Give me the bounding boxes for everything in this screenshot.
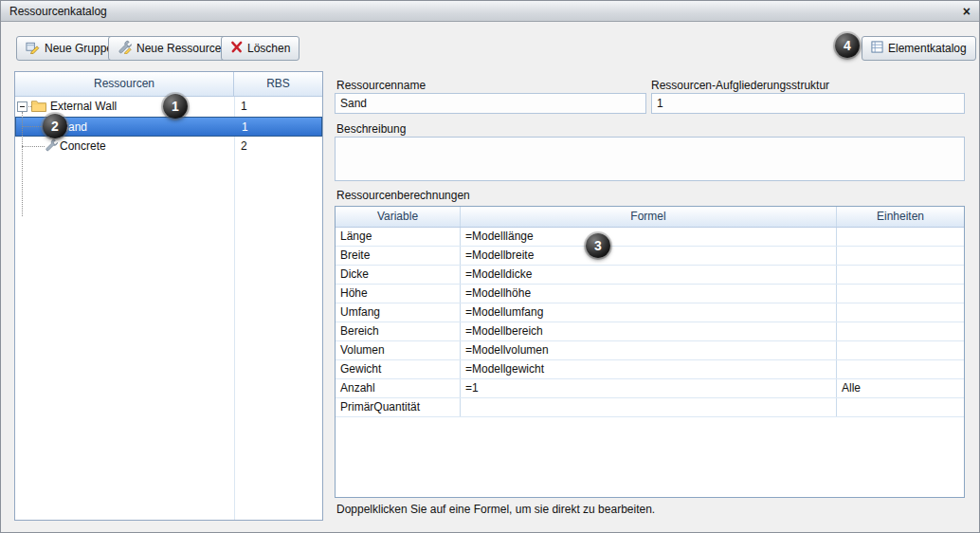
new-group-label: Neue Gruppe (45, 42, 113, 55)
tree-item-rbs: 1 (242, 118, 248, 138)
tree-item-label[interactable]: Concrete (60, 137, 106, 156)
calc-row-dicke[interactable]: Dicke =Modelldicke (336, 266, 964, 285)
new-group-button[interactable]: Neue Gruppe (16, 36, 122, 61)
resource-name-label: Ressourcenname (336, 79, 426, 92)
calc-variable: Gewicht (336, 360, 461, 378)
new-group-icon (26, 40, 40, 57)
calc-formula[interactable]: =Modellbereich (461, 322, 837, 340)
calc-col-formula: Formel (461, 207, 837, 227)
calc-formula[interactable]: =Modellbreite (461, 247, 837, 265)
calc-formula[interactable]: =Modellumfang (461, 303, 837, 322)
delete-label: Löschen (247, 42, 290, 55)
tree-column-rbs: RBS (234, 72, 322, 96)
resource-name-input[interactable] (335, 93, 646, 114)
element-catalog-button[interactable]: Elementkatalog (862, 36, 976, 61)
calc-variable: Länge (336, 228, 461, 246)
calc-formula[interactable]: =Modellgewicht (461, 360, 837, 378)
tree-connector-line (28, 106, 31, 107)
calculations-table: Variable Formel Einheiten Länge =Modelll… (335, 206, 965, 498)
rbs-label: Ressourcen-Aufgliederungsstruktur (651, 79, 829, 92)
calc-row-volumen[interactable]: Volumen =Modellvolumen (336, 341, 964, 360)
tree-column-resources: Ressourcen (15, 72, 234, 96)
callout-3: 3 (586, 233, 610, 258)
tree-header: Ressourcen RBS (15, 72, 322, 97)
calc-row-bereich[interactable]: Bereich =Modellbereich (336, 322, 964, 341)
calc-row-primaerquantitaet[interactable]: PrimärQuantität (336, 398, 964, 417)
tree-column-separator (234, 97, 235, 520)
calculations-label: Ressourcenberechnungen (336, 189, 470, 202)
calc-units[interactable] (837, 285, 964, 303)
calc-variable: Dicke (336, 266, 461, 284)
rbs-input[interactable] (651, 93, 965, 114)
description-field[interactable] (335, 137, 965, 181)
resource-tree-panel: Ressourcen RBS External Wall 1 Sand (14, 71, 323, 521)
calc-variable: Höhe (336, 285, 461, 303)
calc-row-hoehe[interactable]: Höhe =Modellhöhe (336, 285, 964, 303)
calc-formula[interactable]: =Modelllänge (461, 228, 837, 246)
tree-connector-line (22, 112, 23, 216)
calc-units[interactable] (837, 398, 964, 416)
close-icon[interactable]: × (963, 5, 971, 18)
calc-units[interactable] (837, 303, 964, 322)
folder-icon (31, 100, 46, 115)
tree-item-rbs: 1 (241, 97, 247, 117)
calc-formula[interactable]: =Modellvolumen (461, 341, 837, 359)
formula-edit-hint: Doppelklicken Sie auf eine Formel, um si… (336, 503, 655, 516)
element-catalog-label: Elementkatalog (888, 42, 967, 55)
calc-variable: Bereich (336, 322, 461, 340)
calc-row-gewicht[interactable]: Gewicht =Modellgewicht (336, 360, 964, 379)
calc-units[interactable] (837, 341, 964, 359)
callout-1: 1 (163, 94, 188, 119)
delete-x-icon (230, 41, 243, 56)
title-bar: Ressourcenkatalog × (1, 1, 979, 22)
collapse-expander-icon[interactable] (17, 101, 27, 112)
wrench-icon (45, 138, 58, 155)
element-catalog-icon (871, 41, 883, 56)
calc-variable: Volumen (336, 341, 461, 359)
calc-variable: Umfang (336, 303, 461, 322)
calc-units[interactable] (837, 247, 964, 265)
tree-connector-line (22, 126, 45, 127)
calc-units[interactable] (837, 360, 964, 378)
calc-row-laenge[interactable]: Länge =Modelllänge (336, 228, 964, 247)
calc-units[interactable] (837, 266, 964, 284)
resource-catalog-dialog: Ressourcenkatalog × Neue Gruppe Neue Res… (0, 0, 980, 533)
calc-col-units: Einheiten (837, 207, 964, 227)
calc-formula[interactable]: =Modellhöhe (461, 285, 837, 303)
calc-table-header: Variable Formel Einheiten (336, 207, 964, 228)
calc-row-anzahl[interactable]: Anzahl =1 Alle (336, 379, 964, 398)
calc-units[interactable]: Alle (837, 379, 964, 397)
new-resource-label: Neue Ressource (136, 42, 221, 55)
new-resource-icon (118, 40, 132, 57)
calc-variable: PrimärQuantität (336, 398, 461, 416)
calc-formula[interactable]: =Modelldicke (461, 266, 837, 284)
new-resource-button[interactable]: Neue Ressource (108, 36, 230, 61)
calc-row-breite[interactable]: Breite =Modellbreite (336, 247, 964, 266)
tree-connector-line (22, 146, 45, 147)
calc-formula[interactable]: =1 (461, 379, 837, 397)
tree-item-label[interactable]: External Wall (50, 97, 117, 117)
tree-row-concrete[interactable]: Concrete 2 (15, 137, 322, 156)
calc-units[interactable] (837, 228, 964, 246)
calc-formula[interactable] (461, 398, 837, 416)
window-title: Ressourcenkatalog (9, 5, 107, 18)
callout-2: 2 (43, 114, 67, 138)
description-label: Beschreibung (336, 122, 406, 136)
tree-item-rbs: 2 (241, 137, 247, 156)
callout-4: 4 (835, 33, 860, 58)
calc-units[interactable] (837, 322, 964, 340)
calc-variable: Breite (336, 247, 461, 265)
delete-button[interactable]: Löschen (221, 36, 299, 61)
calc-col-variable: Variable (336, 207, 461, 227)
calc-variable: Anzahl (336, 379, 461, 397)
calc-row-umfang[interactable]: Umfang =Modellumfang (336, 303, 964, 322)
